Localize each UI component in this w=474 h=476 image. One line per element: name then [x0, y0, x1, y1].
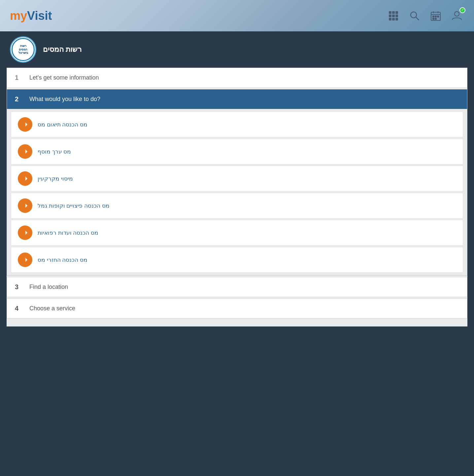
org-name: רשות המסים — [43, 45, 82, 54]
svg-rect-17 — [437, 16, 439, 17]
svg-rect-1 — [392, 11, 395, 14]
svg-rect-15 — [433, 16, 434, 17]
service-arrow-icon-5 — [18, 253, 32, 267]
service-arrow-icon-4 — [18, 225, 32, 240]
org-bar: רשותהמסיםבישראל רשות המסים — [0, 31, 474, 68]
svg-point-9 — [411, 12, 417, 18]
service-name-5: מס הכנסה החזרי מס — [38, 256, 87, 263]
svg-rect-7 — [392, 18, 395, 20]
step-2: 2 What would you like to do? מס הכנסה תי… — [7, 89, 467, 276]
service-arrow-icon-1 — [18, 144, 32, 159]
service-arrow-icon-0 — [18, 117, 32, 132]
service-item-1[interactable]: מס ערך מוסף — [11, 139, 463, 164]
avatar-verified-badge — [459, 7, 465, 13]
service-item-5[interactable]: מס הכנסה החזרי מס — [11, 247, 463, 273]
search-icon-button[interactable] — [407, 9, 422, 23]
org-logo-text: רשותהמסיםבישראל — [18, 44, 28, 55]
org-logo-inner: רשותהמסיםבישראל — [12, 38, 35, 61]
svg-rect-18 — [433, 18, 434, 19]
header-icons — [386, 9, 464, 23]
step-2-number: 2 — [15, 95, 23, 103]
service-arrow-icon-2 — [18, 171, 32, 186]
step-1: 1 Let's get some information — [7, 68, 467, 88]
svg-rect-3 — [389, 15, 391, 17]
svg-rect-8 — [395, 18, 398, 20]
service-item-0[interactable]: מס הכנסה תיאום מס — [11, 112, 463, 137]
logo: myVisit — [10, 9, 52, 23]
step-3-header: 3 Find a location — [7, 277, 467, 297]
svg-point-20 — [455, 12, 459, 16]
step-1-title: Let's get some information — [29, 74, 99, 81]
service-name-4: מס הכנסה ועדות רפואיות — [38, 229, 98, 236]
calendar-icon-button[interactable] — [428, 9, 443, 23]
user-avatar-button[interactable] — [450, 9, 464, 23]
header: myVisit — [0, 0, 474, 31]
service-list: מס הכנסה תיאום מס מס ערך מוסף מיסוי מקרק… — [7, 109, 467, 275]
service-item-2[interactable]: מיסוי מקרקעין — [11, 166, 463, 191]
svg-line-10 — [416, 17, 419, 20]
svg-rect-4 — [392, 15, 395, 17]
step-4: 4 Choose a service — [7, 298, 467, 319]
svg-rect-0 — [389, 11, 391, 14]
step-4-header: 4 Choose a service — [7, 299, 467, 318]
page-wrapper: myVisit — [0, 0, 474, 476]
service-item-4[interactable]: מס הכנסה ועדות רפואיות — [11, 220, 463, 246]
svg-rect-16 — [435, 16, 436, 17]
step-3-number: 3 — [15, 283, 23, 291]
svg-rect-2 — [395, 11, 398, 14]
logo-my: my — [10, 9, 27, 22]
background-area — [0, 326, 474, 425]
step-2-title: What would you like to do? — [29, 96, 100, 103]
service-name-2: מיסוי מקרקעין — [38, 175, 73, 182]
logo-text: myVisit — [10, 9, 52, 23]
service-item-3[interactable]: מס הכנסה פיצויים וקופות גמל — [11, 193, 463, 219]
org-logo: רשותהמסיםבישראל — [10, 36, 36, 63]
svg-rect-19 — [435, 18, 436, 19]
grid-icon-button[interactable] — [386, 9, 401, 23]
logo-visit: Visit — [27, 9, 52, 22]
content-wrapper: 1 Let's get some information 2 What woul… — [7, 68, 467, 326]
step-4-number: 4 — [15, 305, 23, 312]
step-3-title: Find a location — [29, 284, 68, 290]
step-2-header: 2 What would you like to do? — [7, 89, 467, 109]
service-arrow-icon-3 — [18, 198, 32, 213]
service-name-0: מס הכנסה תיאום מס — [38, 121, 87, 128]
step-1-number: 1 — [15, 74, 23, 82]
svg-rect-5 — [395, 15, 398, 17]
step-1-header: 1 Let's get some information — [7, 68, 467, 87]
step-3: 3 Find a location — [7, 277, 467, 297]
service-name-3: מס הכנסה פיצויים וקופות גמל — [38, 202, 110, 209]
step-4-title: Choose a service — [29, 305, 75, 312]
svg-rect-6 — [389, 18, 391, 20]
service-name-1: מס ערך מוסף — [38, 148, 71, 155]
